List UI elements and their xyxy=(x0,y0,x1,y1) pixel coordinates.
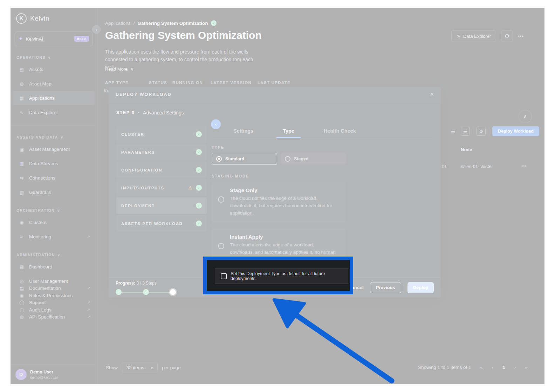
app-screen: K Kelvin ✦ KelvinAI BETA OPERATIONS ∨ ▤ … xyxy=(11,8,544,384)
default-deployment-checkbox[interactable] xyxy=(221,273,227,279)
default-deployment-label: Set this Deployment Type as default for … xyxy=(231,271,348,281)
annotation-arrow xyxy=(263,294,403,384)
highlight-box: Set this Deployment Type as default for … xyxy=(203,257,353,294)
